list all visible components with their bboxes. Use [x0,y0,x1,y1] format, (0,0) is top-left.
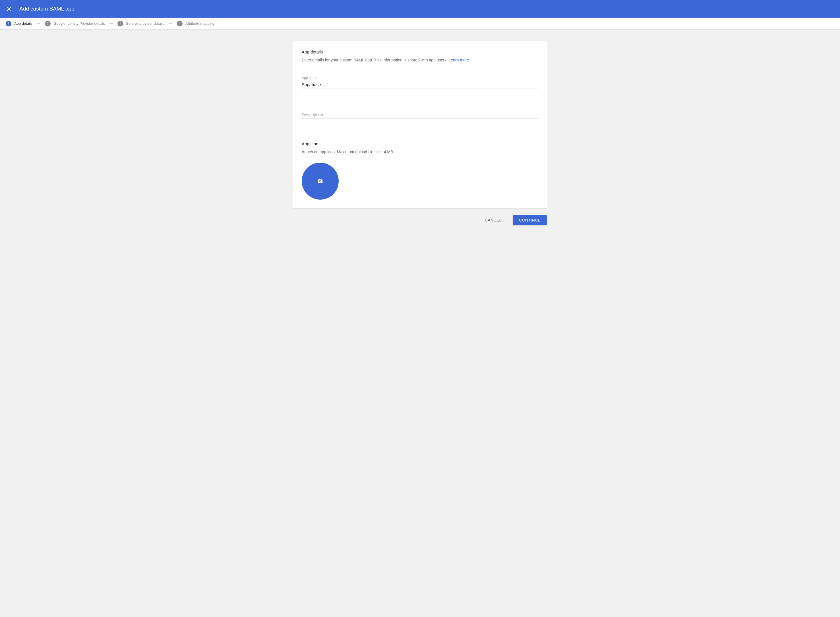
description-input[interactable] [302,111,538,118]
section-subtitle: Enter details for your custom SAML app. … [302,58,538,62]
step-label: Google Identity Provider details [53,21,105,26]
step-circle: 1 [6,21,11,27]
app-details-card: App details Enter details for your custo… [293,41,547,208]
close-button[interactable] [6,5,12,12]
icon-section-subtitle: Attach an app icon. Maximum upload file … [302,149,538,154]
icon-section-title: App icon [302,141,538,146]
step-circle: 2 [45,21,51,27]
icon-upload-button[interactable] [302,162,339,199]
cancel-button[interactable]: CANCEL [478,215,508,225]
step-divider [37,23,40,24]
step-label: Attribute mapping [185,21,214,26]
step-circle: 4 [177,21,183,27]
step-service-provider[interactable]: 3 Service provider details [117,21,164,27]
continue-button[interactable]: CONTINUE [513,215,547,225]
step-attribute-mapping[interactable]: 4 Attribute mapping [177,21,214,27]
step-label: Service provider details [126,21,164,26]
header: Add custom SAML app [0,0,840,18]
step-google-idp[interactable]: 2 Google Identity Provider details [45,21,105,27]
stepper: 1 App details 2 Google Identity Provider… [0,18,840,30]
learn-more-link[interactable]: Learn more [449,58,469,62]
step-label: App details [14,21,32,26]
step-divider [169,23,172,24]
step-divider [109,23,113,24]
content-wrapper: App details Enter details for your custo… [0,30,840,236]
camera-icon [317,179,323,184]
field-label: App name [302,76,538,80]
app-name-field: App name [302,76,538,89]
step-app-details[interactable]: 1 App details [6,21,32,27]
section-title: App details [302,49,538,54]
step-circle: 3 [117,21,123,27]
close-icon [7,6,12,11]
page-title: Add custom SAML app [19,6,74,12]
app-name-input[interactable] [302,81,538,89]
action-buttons: CANCEL CONTINUE [293,215,547,225]
description-field [302,111,538,118]
